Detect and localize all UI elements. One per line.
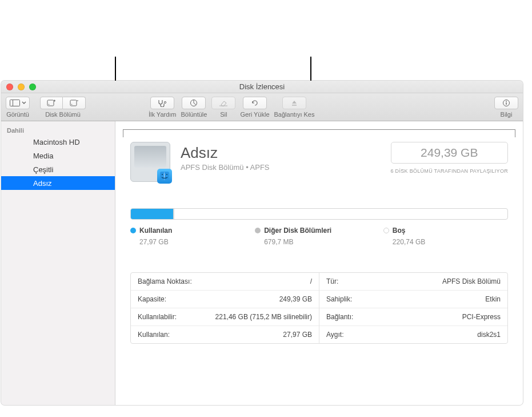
- info-row: Kullanılan:27,97 GB: [131, 326, 319, 343]
- info-row: Tür:APFS Disk Bölümü: [319, 273, 507, 291]
- svg-rect-12: [506, 102, 506, 105]
- info-col-left: Bağlama Noktası:/ Kapasite:249,39 GB Kul…: [131, 273, 319, 343]
- first-aid-label: İlk Yardım: [149, 111, 177, 118]
- legend-label: Boş: [393, 227, 406, 235]
- disk-icon: [18, 150, 29, 161]
- legend-free: Boş 220,74 GB: [383, 227, 508, 246]
- view-label: Görüntü: [6, 111, 29, 118]
- info-row: Bağlama Noktası:/: [131, 273, 319, 291]
- sidebar-header: Dahili: [1, 125, 115, 135]
- unmount-label: Bağlantıyı Kes: [274, 111, 315, 118]
- shared-by-label: 6 DİSK BÖLÜMÜ TARAFINDAN PAYLAŞILIYOR: [391, 168, 508, 174]
- legend-dot-other: [255, 228, 261, 233]
- eraser-icon: [217, 99, 230, 107]
- svg-point-15: [166, 174, 167, 175]
- finder-badge-icon: [157, 169, 172, 184]
- info-row: Bağlantı:PCI-Express: [319, 308, 507, 326]
- view-button[interactable]: [6, 97, 30, 109]
- usage-bar: [130, 208, 508, 220]
- legend-label: Kullanılan: [139, 227, 172, 235]
- svg-rect-9: [292, 105, 297, 106]
- titlebar: Disk İzlencesi: [1, 81, 523, 93]
- partition-btn-label: Bölüntüle: [181, 111, 207, 118]
- disk-icon: [18, 137, 29, 147]
- usage-bar-used: [131, 209, 173, 219]
- sidebar-item-macintosh-hd[interactable]: Macintosh HD: [1, 135, 115, 149]
- first-aid-button[interactable]: [150, 97, 174, 109]
- disk-utility-window: Disk İzlencesi Görüntü: [1, 81, 523, 405]
- sidebar-item-cesitli[interactable]: Çeşitli: [1, 162, 115, 176]
- volume-icon: [130, 142, 170, 182]
- volume-subtitle: APFS Disk Bölümü • APFS: [181, 163, 381, 172]
- toolbar: Görüntü Disk Bölümü: [1, 93, 523, 121]
- info-row: Kapasite:249,39 GB: [131, 291, 319, 308]
- info-icon: [500, 99, 513, 107]
- disk-plus-icon: [45, 99, 58, 107]
- svg-point-3: [49, 104, 50, 105]
- svg-rect-0: [10, 100, 20, 106]
- erase-button[interactable]: [211, 97, 235, 109]
- svg-point-14: [162, 174, 163, 175]
- svg-point-11: [506, 101, 507, 102]
- capacity-box: 249,39 GB: [391, 142, 508, 164]
- restore-icon: [249, 99, 261, 107]
- disk-minus-icon: [68, 99, 81, 107]
- main-panel: Adsız APFS Disk Bölümü • APFS 249,39 GB …: [115, 121, 523, 405]
- chevron-down-icon: [21, 99, 27, 107]
- info-row: Sahiplik:Etkin: [319, 291, 507, 308]
- add-partition-button[interactable]: [40, 97, 63, 109]
- unmount-button[interactable]: [282, 97, 306, 109]
- svg-rect-4: [70, 100, 77, 106]
- window-title: Disk İzlencesi: [1, 82, 523, 91]
- partition-button[interactable]: [182, 97, 206, 109]
- selection-bracket: [123, 129, 515, 135]
- pie-icon: [187, 99, 200, 107]
- legend-other: Diğer Disk Bölümleri 679,7 MB: [255, 227, 383, 246]
- legend-value: 220,74 GB: [393, 238, 508, 246]
- remove-partition-button[interactable]: [63, 97, 86, 109]
- sidebar-item-label: Media: [33, 152, 53, 160]
- sidebar-item-label: Macintosh HD: [33, 138, 80, 146]
- legend-dot-free: [383, 228, 389, 233]
- disk-icon: [18, 178, 29, 188]
- legend-value: 679,7 MB: [264, 238, 383, 246]
- sidebar-item-adsiz[interactable]: Adsız: [1, 176, 115, 190]
- capacity-value: 249,39 GB: [409, 146, 490, 160]
- legend-used: Kullanılan 27,97 GB: [130, 227, 255, 246]
- info-button[interactable]: [494, 97, 518, 109]
- svg-point-6: [165, 101, 166, 103]
- sidebar-item-label: Adsız: [33, 179, 52, 188]
- disk-icon: [18, 164, 29, 174]
- info-row: Aygıt:disk2s1: [319, 326, 507, 343]
- stethoscope-icon: [156, 99, 169, 107]
- info-col-right: Tür:APFS Disk Bölümü Sahiplik:Etkin Bağl…: [319, 273, 507, 343]
- legend-dot-used: [130, 228, 136, 233]
- info-label: Bilgi: [501, 111, 513, 118]
- sidebar-layout-icon: [9, 99, 21, 107]
- legend-value: 27,97 GB: [139, 238, 255, 246]
- legend-label: Diğer Disk Bölümleri: [264, 227, 331, 235]
- svg-point-5: [71, 104, 72, 105]
- erase-label: Sil: [220, 111, 227, 118]
- usage-bar-other: [173, 209, 174, 219]
- svg-rect-2: [47, 100, 54, 106]
- sidebar-item-media[interactable]: Media: [1, 149, 115, 162]
- volume-name: Adsız: [181, 144, 381, 162]
- eject-icon: [288, 99, 301, 107]
- partition-label: Disk Bölümü: [45, 111, 81, 118]
- info-table: Bağlama Noktası:/ Kapasite:249,39 GB Kul…: [130, 272, 508, 344]
- restore-label: Geri Yükle: [240, 111, 269, 118]
- sidebar: Dahili Macintosh HD Media Çeşitli Adsız: [1, 121, 115, 405]
- sidebar-item-label: Çeşitli: [33, 165, 53, 174]
- restore-button[interactable]: [243, 97, 267, 109]
- info-row: Kullanılabilir:221,46 GB (715,2 MB silin…: [131, 308, 319, 326]
